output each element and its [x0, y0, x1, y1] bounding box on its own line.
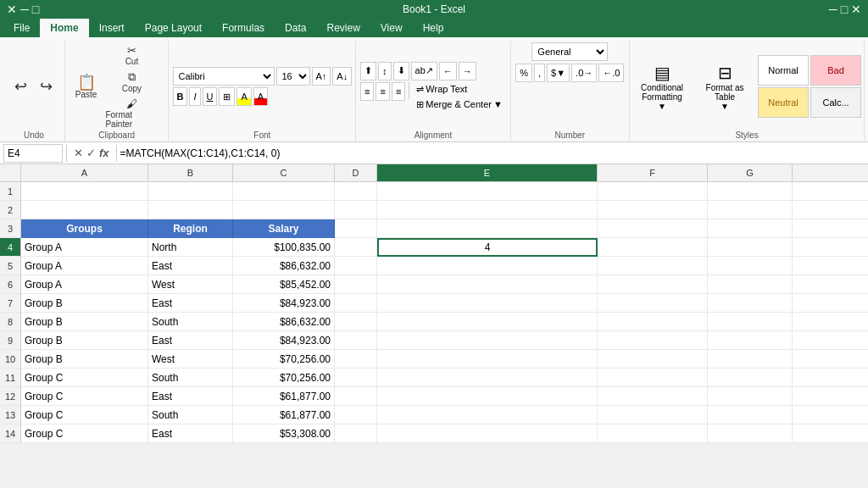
percent-button[interactable]: %	[515, 64, 532, 82]
tab-home[interactable]: Home	[40, 19, 88, 37]
format-painter-button[interactable]: 🖌 Format Painter	[102, 96, 161, 130]
cell-f6[interactable]	[598, 275, 708, 294]
comma-button[interactable]: ,	[534, 64, 545, 82]
cell-g8[interactable]	[708, 313, 793, 331]
cell-g2[interactable]	[708, 201, 793, 219]
paste-button[interactable]: 📋 Paste	[72, 73, 101, 101]
cell-g5[interactable]	[708, 257, 793, 275]
cell-e12[interactable]	[377, 387, 598, 406]
tab-file[interactable]: File	[3, 19, 40, 37]
row-header-2[interactable]: 2	[0, 201, 21, 219]
style-normal-swatch[interactable]: Normal	[758, 55, 809, 86]
cell-f4[interactable]	[598, 238, 708, 257]
cell-e2[interactable]	[377, 201, 598, 219]
orientation-button[interactable]: ab↗	[411, 62, 437, 80]
cell-c4[interactable]: $100,835.00	[233, 238, 335, 257]
cell-e3[interactable]	[377, 219, 598, 238]
cell-b5[interactable]: East	[148, 257, 233, 275]
cell-f14[interactable]	[598, 424, 708, 443]
cell-b7[interactable]: East	[148, 294, 233, 313]
cell-b13[interactable]: South	[148, 406, 233, 424]
cell-f12[interactable]	[598, 387, 708, 406]
row-header-13[interactable]: 13	[0, 406, 21, 424]
cell-b8[interactable]: South	[148, 313, 233, 331]
row-header-10[interactable]: 10	[0, 350, 21, 369]
cell-f11[interactable]	[598, 369, 708, 387]
cell-b11[interactable]: South	[148, 369, 233, 387]
cell-d12[interactable]	[335, 387, 377, 406]
cell-d3[interactable]	[335, 219, 377, 238]
cell-c6[interactable]: $85,452.00	[233, 275, 335, 294]
cut-button[interactable]: ✂ Cut	[102, 42, 161, 68]
cell-g14[interactable]	[708, 424, 793, 443]
cell-b4[interactable]: North	[148, 238, 233, 257]
row-header-4[interactable]: 4	[0, 238, 21, 257]
cell-g9[interactable]	[708, 331, 793, 350]
row-header-8[interactable]: 8	[0, 313, 21, 331]
cell-d13[interactable]	[335, 406, 377, 424]
redo-button[interactable]: ↪	[35, 75, 58, 97]
cell-d6[interactable]	[335, 275, 377, 294]
cell-c9[interactable]: $84,923.00	[233, 331, 335, 350]
cell-d4[interactable]	[335, 238, 377, 257]
cell-b3[interactable]: Region	[148, 219, 233, 238]
wrap-text-button[interactable]: ⇌ Wrap Text	[413, 82, 506, 97]
formula-confirm-icon[interactable]: ✓	[86, 147, 96, 159]
indent-decrease-button[interactable]: ←	[439, 62, 457, 80]
cell-e10[interactable]	[377, 350, 598, 369]
cell-a13[interactable]: Group C	[21, 406, 148, 424]
tab-formulas[interactable]: Formulas	[212, 19, 275, 37]
cell-d5[interactable]	[335, 257, 377, 275]
cell-e4[interactable]: 4	[377, 238, 598, 257]
cell-g6[interactable]	[708, 275, 793, 294]
row-header-9[interactable]: 9	[0, 331, 21, 350]
col-header-d[interactable]: D	[335, 164, 377, 181]
cell-a12[interactable]: Group C	[21, 387, 148, 406]
style-neutral-swatch[interactable]: Neutral	[758, 87, 809, 118]
style-bad-swatch[interactable]: Bad	[810, 55, 861, 86]
underline-button[interactable]: U	[203, 87, 218, 106]
borders-button[interactable]: ⊞	[219, 87, 235, 106]
cell-f9[interactable]	[598, 331, 708, 350]
cell-b12[interactable]: East	[148, 387, 233, 406]
formula-input[interactable]	[120, 147, 865, 159]
cell-d1[interactable]	[335, 182, 377, 201]
cell-a11[interactable]: Group C	[21, 369, 148, 387]
cell-a5[interactable]: Group A	[21, 257, 148, 275]
cell-b6[interactable]: West	[148, 275, 233, 294]
cell-f1[interactable]	[598, 182, 708, 201]
align-center-button[interactable]: ≡	[376, 82, 389, 101]
decrease-font-button[interactable]: A↓	[332, 67, 352, 86]
cell-c5[interactable]: $86,632.00	[233, 257, 335, 275]
number-format-select[interactable]: General	[531, 42, 608, 61]
cell-b1[interactable]	[148, 182, 233, 201]
cell-b14[interactable]: East	[148, 424, 233, 443]
font-size-select[interactable]: 16	[276, 67, 310, 86]
cell-a4[interactable]: Group A	[21, 238, 148, 257]
cell-e1[interactable]	[377, 182, 598, 201]
cell-g4[interactable]	[708, 238, 793, 257]
cell-f7[interactable]	[598, 294, 708, 313]
cell-e7[interactable]	[377, 294, 598, 313]
cell-d11[interactable]	[335, 369, 377, 387]
align-middle-button[interactable]: ↕	[378, 62, 392, 80]
col-header-c[interactable]: C	[233, 164, 335, 181]
cell-f2[interactable]	[598, 201, 708, 219]
cell-g11[interactable]	[708, 369, 793, 387]
cell-c1[interactable]	[233, 182, 335, 201]
tab-data[interactable]: Data	[275, 19, 316, 37]
row-header-11[interactable]: 11	[0, 369, 21, 387]
font-color-button[interactable]: A	[253, 87, 268, 106]
style-calc-swatch[interactable]: Calc...	[810, 87, 861, 118]
cell-c8[interactable]: $86,632.00	[233, 313, 335, 331]
cell-f5[interactable]	[598, 257, 708, 275]
currency-button[interactable]: $▼	[547, 64, 570, 82]
cell-d10[interactable]	[335, 350, 377, 369]
cell-c14[interactable]: $53,308.00	[233, 424, 335, 443]
cell-a3[interactable]: Groups	[21, 219, 148, 238]
cell-b2[interactable]	[148, 201, 233, 219]
fill-color-button[interactable]: A	[236, 87, 251, 106]
row-header-3[interactable]: 3	[0, 219, 21, 238]
col-header-f[interactable]: F	[598, 164, 708, 181]
cell-d14[interactable]	[335, 424, 377, 443]
